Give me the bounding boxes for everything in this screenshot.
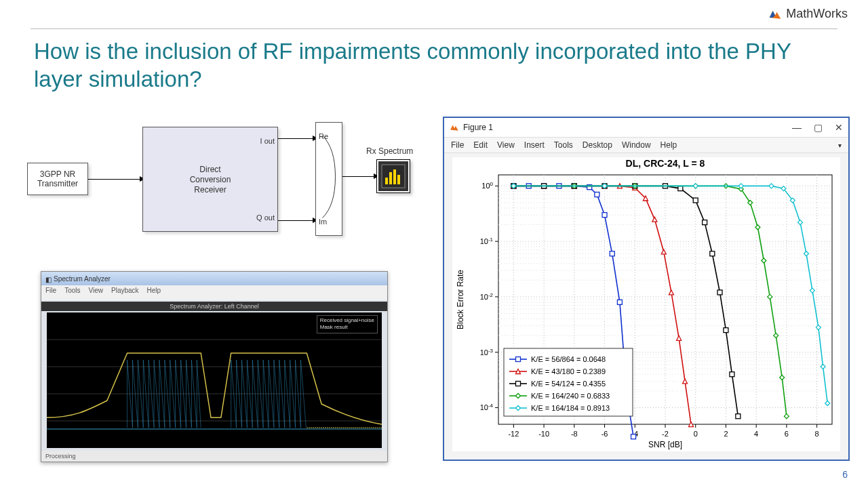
svg-text:-6: -6	[601, 430, 608, 438]
window-maximize-button[interactable]: ▢	[814, 122, 823, 133]
svg-text:K/E = 56/864 = 0.0648: K/E = 56/864 = 0.0648	[531, 355, 606, 363]
spectrum-menu-item[interactable]: Playback	[111, 287, 139, 299]
svg-rect-2	[389, 172, 392, 184]
svg-rect-112	[678, 186, 683, 191]
window-close-button[interactable]: ✕	[835, 122, 843, 133]
figure-menu-item[interactable]: Insert	[524, 140, 545, 150]
svg-text:-12: -12	[508, 430, 519, 438]
svg-text:DL, CRC-24, L = 8: DL, CRC-24, L = 8	[626, 158, 705, 169]
figure-menu-item[interactable]: Window	[622, 140, 651, 150]
figure-menubar: File Edit View Insert Tools Desktop Wind…	[444, 137, 848, 153]
svg-rect-118	[730, 372, 734, 377]
scope-block	[376, 159, 410, 193]
svg-rect-4	[397, 175, 400, 184]
svg-text:-2: -2	[662, 430, 669, 438]
brand: MathWorks	[768, 7, 848, 21]
figure-menu-item[interactable]: Edit	[473, 140, 488, 150]
figure-window-title: Figure 1	[463, 123, 493, 132]
svg-rect-102	[617, 300, 622, 304]
svg-text:K/E = 164/240 = 0.6833: K/E = 164/240 = 0.6833	[531, 392, 610, 400]
window-minimize-button[interactable]: —	[792, 122, 802, 133]
svg-text:10-2: 10-2	[480, 291, 494, 301]
tx-block: 3GPP NR Transmitter	[27, 163, 88, 195]
svg-rect-122	[516, 357, 521, 362]
svg-rect-117	[724, 328, 728, 333]
svg-rect-101	[610, 251, 614, 256]
matlab-figure-window: Figure 1 — ▢ ✕ File Edit View Insert Too…	[443, 117, 850, 461]
receiver-label: Direct Conversion Receiver	[143, 164, 277, 195]
svg-text:K/E = 54/124 = 0.4355: K/E = 54/124 = 0.4355	[531, 380, 606, 388]
figure-menu-item[interactable]: Desktop	[583, 140, 612, 150]
i-out-label: I out	[260, 137, 275, 145]
brand-name: MathWorks	[786, 7, 848, 21]
slide-title: How is the inclusion of RF impairments c…	[34, 37, 814, 94]
svg-rect-127	[516, 382, 521, 386]
window-icon: ◧	[45, 276, 51, 281]
svg-text:2: 2	[724, 430, 728, 438]
spectrum-window-title: Spectrum Analyzer	[54, 275, 111, 283]
scope-label: Rx Spectrum	[366, 146, 413, 156]
matlab-figure-icon	[450, 123, 459, 132]
spectrum-status-bar: Processing	[41, 451, 387, 462]
spectrum-menu-item[interactable]: View	[88, 287, 103, 299]
spectrum-menu-item[interactable]: Help	[147, 287, 161, 299]
spectrum-window-titlebar: ◧ Spectrum Analyzer	[41, 272, 387, 285]
header-rule	[31, 28, 837, 29]
svg-rect-116	[717, 290, 722, 295]
svg-rect-100	[602, 213, 607, 218]
toolbar-chevron-icon[interactable]: ▾	[838, 142, 842, 149]
spectrum-analyzer-window: ◧ Spectrum Analyzer File Tools View Play…	[41, 271, 388, 462]
receiver-block: Direct Conversion Receiver I out Q out	[142, 127, 278, 232]
spectrum-menubar: File Tools View Playback Help	[41, 285, 387, 300]
spectrum-menu-item[interactable]: File	[45, 287, 56, 299]
svg-text:0: 0	[694, 430, 698, 438]
legend-row: Mask result	[320, 324, 374, 331]
spectrum-icon	[381, 164, 406, 188]
tx-block-label: 3GPP NR Transmitter	[37, 169, 78, 188]
svg-text:10-3: 10-3	[480, 347, 494, 357]
complex-combine-block: Re Im	[315, 122, 342, 236]
svg-text:-10: -10	[538, 430, 549, 438]
svg-text:SNR [dB]: SNR [dB]	[648, 440, 682, 449]
page-number: 6	[842, 469, 848, 480]
svg-text:10-1: 10-1	[480, 237, 494, 246]
figure-menu-item[interactable]: File	[451, 140, 464, 150]
block-diagram: 3GPP NR Transmitter RF in Direct Convers…	[27, 122, 427, 258]
svg-text:4: 4	[754, 430, 758, 438]
figure-titlebar: Figure 1 — ▢ ✕	[444, 118, 848, 137]
spectrum-menu-item[interactable]: Tools	[64, 287, 80, 299]
svg-rect-114	[703, 220, 707, 225]
svg-rect-115	[710, 251, 715, 256]
mathworks-logo-icon	[768, 7, 782, 21]
figure-menu-item[interactable]: Tools	[554, 140, 573, 150]
svg-text:-8: -8	[571, 430, 578, 438]
svg-text:8: 8	[815, 430, 819, 438]
svg-rect-105	[631, 434, 636, 439]
svg-text:Block Error Rate: Block Error Rate	[456, 270, 465, 329]
svg-text:K/E = 164/184 = 0.8913: K/E = 164/184 = 0.8913	[531, 404, 610, 412]
svg-rect-99	[595, 192, 599, 197]
spectrum-plot-title: Spectrum Analyzer: Left Channel	[41, 302, 387, 311]
svg-rect-113	[693, 198, 698, 203]
svg-rect-119	[736, 414, 741, 419]
svg-text:6: 6	[785, 430, 789, 438]
q-out-label: Q out	[256, 214, 275, 222]
svg-text:K/E = 43/180 = 0.2389: K/E = 43/180 = 0.2389	[531, 367, 606, 375]
figure-axes: DL, CRC-24, L = 8-12-10-8-6-4-2024681001…	[452, 157, 840, 451]
svg-text:100: 100	[481, 181, 493, 190]
spectrum-legend: Received signal+noise Mask result	[317, 315, 378, 333]
svg-rect-1	[385, 178, 388, 184]
figure-menu-item[interactable]: View	[497, 140, 515, 150]
svg-rect-3	[393, 169, 396, 184]
figure-menu-item[interactable]: Help	[660, 140, 677, 150]
svg-text:10-4: 10-4	[480, 403, 494, 412]
legend-row: Received signal+noise	[320, 317, 374, 324]
